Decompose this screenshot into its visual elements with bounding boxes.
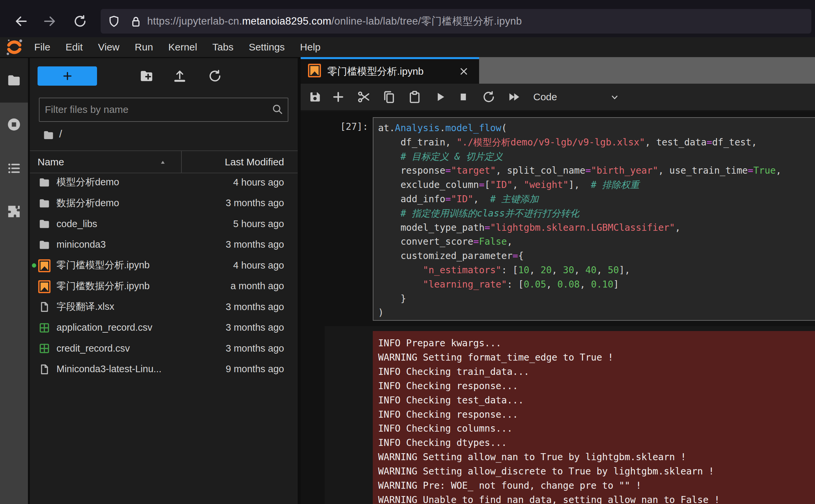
- forward-icon[interactable]: [42, 14, 57, 29]
- menu-file[interactable]: File: [34, 42, 50, 53]
- file-name: 数据分析demo: [56, 193, 119, 214]
- new-launcher-button[interactable]: [38, 66, 97, 86]
- csv-icon: [38, 322, 50, 334]
- home-folder-icon[interactable]: [43, 129, 54, 141]
- save-button[interactable]: [308, 90, 322, 104]
- file-row[interactable]: 模型分析demo4 hours ago: [30, 172, 298, 193]
- activity-item-toc[interactable]: [0, 148, 28, 188]
- url-text[interactable]: https://jupyterlab-cn.metanoia8295.com/o…: [147, 9, 522, 34]
- file-name: application_record.csv: [56, 317, 152, 338]
- menu-settings[interactable]: Settings: [249, 42, 285, 53]
- cell-type-select[interactable]: Code: [533, 84, 557, 110]
- close-tab-icon[interactable]: [458, 65, 470, 77]
- column-header-name[interactable]: Name: [38, 151, 64, 173]
- output-line: WARNING Unable to find nan data, setting…: [378, 493, 815, 504]
- tab-title: 零门槛模型分析.ipynb: [327, 59, 424, 84]
- file-browser-panel: / Name Last Modified 模型分析demo4 hours ago…: [30, 58, 298, 504]
- url-path: /online-lab/lab/tree/零门槛模型分析.ipynb: [331, 14, 522, 28]
- file-row[interactable]: 零门槛模型分析.ipynb4 hours ago: [30, 255, 298, 276]
- file-row[interactable]: 零门槛数据分析.ipynba month ago: [30, 276, 298, 297]
- address-bar[interactable]: https://jupyterlab-cn.metanoia8295.com/o…: [101, 9, 811, 34]
- tab-bar: 零门槛模型分析.ipynb: [301, 57, 815, 84]
- output-line: INFO Checking columns...: [378, 422, 815, 436]
- folder-icon: [38, 218, 50, 230]
- output-line: INFO Checking dtypes...: [378, 436, 815, 450]
- menu-tabs[interactable]: Tabs: [212, 42, 233, 53]
- menu-run[interactable]: Run: [135, 42, 153, 53]
- browser-toolbar: https://jupyterlab-cn.metanoia8295.com/o…: [0, 0, 815, 38]
- code-line: df_train, "./模型分析demo/v9-lgb/v9-lgb.xlsx…: [378, 135, 815, 150]
- output-line: INFO Prepare kwargs...: [378, 336, 815, 351]
- stop-button[interactable]: [456, 90, 471, 104]
- filter-files-input[interactable]: [44, 100, 265, 119]
- activity-item-folder[interactable]: [0, 58, 28, 103]
- menu-bar: FileEditViewRunKernelTabsSettingsHelp: [0, 37, 815, 58]
- code-line: # 目标定义 & 切片定义: [378, 150, 815, 164]
- file-row[interactable]: credit_record.csv3 months ago: [30, 338, 298, 359]
- cell-type-value: Code: [533, 91, 557, 103]
- notebook-file-icon: [308, 64, 321, 79]
- new-folder-button[interactable]: [139, 68, 154, 84]
- code-line: add_info="ID", # 主键添加: [378, 192, 815, 207]
- code-line: model_type_path="lightgbm.sklearn.LGBMCl…: [378, 221, 815, 235]
- breadcrumb: /: [30, 128, 298, 143]
- menu-view[interactable]: View: [98, 42, 119, 53]
- file-modified: 3 months ago: [226, 193, 284, 214]
- code-line: "learning_rate": [0.05, 0.08, 0.10]: [378, 278, 815, 292]
- activity-item-puzzle[interactable]: [0, 192, 28, 231]
- output-line: INFO Checking train_data...: [378, 365, 815, 379]
- plus-button[interactable]: [331, 90, 345, 104]
- output-line: WARNING Pre: WOE_ not found, change pre …: [378, 479, 815, 493]
- copy-button[interactable]: [382, 90, 396, 104]
- cut-button[interactable]: [356, 90, 371, 104]
- paste-button[interactable]: [408, 90, 422, 104]
- activity-bar: [0, 58, 28, 504]
- output-line: WARNING Setting format_time_edge to True…: [378, 351, 815, 365]
- sort-ascending-icon[interactable]: [159, 158, 167, 166]
- code-line: response="target", split_col_name="birth…: [378, 164, 815, 178]
- run-all-button[interactable]: [507, 90, 521, 104]
- file-icon: [38, 301, 50, 313]
- url-domain: metanoia8295.com: [242, 15, 331, 27]
- output-line: WARNING Setting allow_discrete to True b…: [378, 464, 815, 479]
- file-row[interactable]: Miniconda3-latest-Linu...9 months ago: [30, 359, 298, 380]
- menu-edit[interactable]: Edit: [65, 42, 83, 53]
- refresh-button[interactable]: [207, 68, 223, 84]
- column-header-modified[interactable]: Last Modified: [225, 151, 284, 173]
- menu-items: FileEditViewRunKernelTabsSettingsHelp: [34, 37, 320, 57]
- refresh-button[interactable]: [482, 90, 496, 104]
- code-line: "n_estimators": [10, 20, 30, 40, 50],: [378, 263, 815, 278]
- activity-item-running[interactable]: [0, 105, 28, 144]
- chevron-down-icon[interactable]: [609, 92, 620, 103]
- code-cell-editor[interactable]: at.Analysis.model_flow( df_train, "./模型分…: [373, 117, 815, 321]
- breadcrumb-path: /: [59, 128, 62, 140]
- folder-icon: [38, 239, 50, 251]
- menu-kernel[interactable]: Kernel: [168, 42, 197, 53]
- file-row[interactable]: miniconda33 months ago: [30, 234, 298, 255]
- notebook-content[interactable]: [27]: at.Analysis.model_flow( df_train, …: [301, 112, 815, 504]
- reload-icon[interactable]: [72, 14, 88, 29]
- column-divider: [181, 151, 182, 173]
- notebook-file-icon: [38, 259, 50, 272]
- filter-files-box: [39, 98, 288, 122]
- file-row[interactable]: 数据分析demo3 months ago: [30, 193, 298, 214]
- file-row[interactable]: application_record.csv3 months ago: [30, 317, 298, 338]
- upload-button[interactable]: [172, 68, 187, 84]
- lock-icon[interactable]: [129, 15, 142, 28]
- folder-icon: [38, 197, 50, 210]
- code-line: at.Analysis.model_flow(: [378, 121, 815, 135]
- output-line: INFO Checking response...: [378, 379, 815, 393]
- code-line: }: [378, 292, 815, 306]
- jupyter-logo-icon: [4, 38, 25, 56]
- file-row[interactable]: code_libs5 hours ago: [30, 213, 298, 234]
- menu-help[interactable]: Help: [300, 42, 320, 53]
- run-button[interactable]: [433, 90, 447, 104]
- shield-icon[interactable]: [107, 15, 121, 28]
- file-icon: [38, 363, 50, 376]
- search-icon: [271, 103, 284, 116]
- kernel-running-dot: [32, 263, 36, 268]
- back-icon[interactable]: [13, 14, 29, 29]
- file-row[interactable]: 字段翻译.xlsx3 months ago: [30, 296, 298, 317]
- notebook-tab[interactable]: 零门槛模型分析.ipynb: [301, 57, 479, 86]
- file-list: 模型分析demo4 hours ago数据分析demo3 months agoc…: [30, 172, 298, 379]
